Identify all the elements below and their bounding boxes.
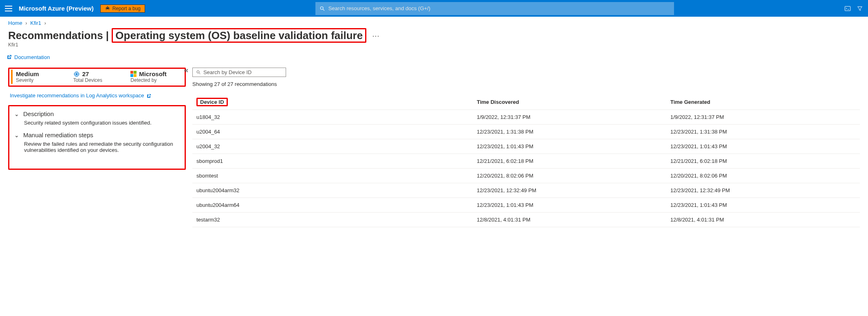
cell-time-generated: 1/9/2022, 12:31:37 PM (666, 110, 860, 125)
cell-time-discovered: 12/8/2021, 4:01:31 PM (473, 213, 666, 227)
svg-line-6 (199, 73, 200, 74)
global-search[interactable] (315, 2, 674, 15)
more-actions-icon[interactable]: ⋯ (370, 31, 382, 40)
result-count: Showing 27 of 27 recommendations (192, 81, 860, 87)
total-devices-value: 27 (82, 70, 89, 77)
cell-time-discovered: 12/20/2021, 8:02:06 PM (473, 169, 666, 183)
investigate-link[interactable]: Investigate recommendations in Log Analy… (10, 92, 151, 99)
breadcrumb-item-2[interactable]: Kfir1 (30, 20, 41, 26)
table-row[interactable]: sbomtest12/20/2021, 8:02:06 PM12/20/2021… (192, 169, 860, 183)
hamburger-menu-icon[interactable] (5, 5, 12, 12)
detected-by-tile: Microsoft Detected by (126, 70, 183, 84)
breadcrumb: Home › Kfir1 › (0, 17, 868, 28)
total-devices-label: Total Devices (73, 77, 123, 83)
total-devices-tile: 27 Total Devices (68, 70, 126, 84)
table-row[interactable]: testarm3212/8/2021, 4:01:31 PM12/8/2021,… (192, 213, 860, 227)
page-title-prefix: Recommendations | (8, 29, 112, 42)
search-icon (196, 70, 201, 75)
detected-by-label: Detected by (130, 77, 180, 83)
external-link-icon (7, 55, 12, 60)
cell-time-generated: 12/20/2021, 8:02:06 PM (666, 169, 860, 183)
report-bug-label: Report a bug (112, 6, 141, 11)
cell-device-id: u1804_32 (192, 110, 473, 125)
page-title-highlight: Operating system (OS) baseline validatio… (112, 28, 366, 43)
breadcrumb-separator: › (44, 20, 46, 26)
device-search-input[interactable] (203, 69, 282, 75)
microsoft-logo-icon (130, 71, 137, 77)
cell-device-id: ubuntu2004arm64 (192, 198, 473, 213)
column-header-device-label: Device ID (196, 98, 228, 106)
column-header-generated[interactable]: Time Generated (666, 94, 860, 110)
table-row[interactable]: u2004_6412/23/2021, 1:31:38 PM12/23/2021… (192, 125, 860, 139)
svg-rect-2 (845, 6, 850, 11)
chevron-down-icon: ⌄ (14, 111, 19, 117)
cell-device-id: u2004_32 (192, 139, 473, 154)
description-body: Security related system configuration is… (14, 120, 180, 126)
cell-time-generated: 12/21/2021, 6:02:18 PM (666, 154, 860, 169)
breadcrumb-separator: › (25, 20, 27, 26)
remediation-heading: Manual remediation steps (23, 132, 93, 138)
global-search-input[interactable] (328, 5, 670, 11)
details-block: ⌄ Description Security related system co… (8, 105, 186, 170)
cell-device-id: testarm32 (192, 213, 473, 227)
remediation-toggle[interactable]: ⌄ Manual remediation steps (14, 132, 180, 138)
cell-device-id: ubuntu2004arm32 (192, 183, 473, 198)
table-row[interactable]: u2004_3212/23/2021, 1:01:43 PM12/23/2021… (192, 139, 860, 154)
bug-icon (105, 6, 110, 11)
collapse-left-pane-icon[interactable]: « (184, 66, 188, 75)
cell-time-discovered: 12/23/2021, 1:01:43 PM (473, 198, 666, 213)
svg-point-5 (197, 71, 199, 73)
detected-by-value: Microsoft (139, 70, 167, 77)
documentation-link[interactable]: Documentation (7, 54, 50, 60)
page-title: Recommendations | Operating system (OS) … (8, 29, 366, 42)
device-search[interactable] (192, 68, 286, 77)
cell-device-id: u2004_64 (192, 125, 473, 139)
svg-line-1 (323, 9, 324, 10)
top-header: Microsoft Azure (Preview) Report a bug (0, 0, 868, 17)
cell-time-discovered: 12/21/2021, 6:02:18 PM (473, 154, 666, 169)
chevron-down-icon: ⌄ (14, 132, 19, 138)
page-subtitle: Kfir1 (0, 42, 868, 53)
table-row[interactable]: ubuntu2004arm6412/23/2021, 1:01:43 PM12/… (192, 198, 860, 213)
table-row[interactable]: sbomprod112/21/2021, 6:02:18 PM12/21/202… (192, 154, 860, 169)
filter-icon[interactable] (857, 5, 863, 12)
svg-rect-4 (76, 73, 77, 75)
severity-tile: Medium Severity (11, 70, 68, 84)
cell-time-discovered: 12/23/2021, 1:01:43 PM (473, 139, 666, 154)
left-pane: « Medium Severity 27 Total Devices Micro… (3, 68, 191, 227)
description-toggle[interactable]: ⌄ Description (14, 110, 180, 117)
severity-label: Severity (16, 77, 65, 83)
right-pane: Showing 27 of 27 recommendations Device … (191, 68, 865, 227)
external-link-icon (146, 94, 151, 99)
cloud-shell-icon[interactable] (844, 5, 851, 12)
cell-time-discovered: 12/23/2021, 12:32:49 PM (473, 183, 666, 198)
remediation-body: Review the failed rules and remediate th… (14, 141, 180, 153)
description-heading: Description (23, 110, 54, 117)
product-brand: Microsoft Azure (Preview) (19, 5, 94, 12)
column-header-discovered[interactable]: Time Discovered (473, 94, 666, 110)
cell-time-generated: 12/8/2021, 4:01:31 PM (666, 213, 860, 227)
page-title-row: Recommendations | Operating system (OS) … (0, 28, 868, 42)
table-row[interactable]: ubuntu2004arm3212/23/2021, 12:32:49 PM12… (192, 183, 860, 198)
recommendations-table: Device ID Time Discovered Time Generated… (192, 94, 860, 227)
documentation-label: Documentation (14, 54, 50, 60)
cell-time-generated: 12/23/2021, 1:01:43 PM (666, 139, 860, 154)
cell-time-generated: 12/23/2021, 1:31:38 PM (666, 125, 860, 139)
investigate-link-label: Investigate recommendations in Log Analy… (10, 92, 144, 99)
cell-time-discovered: 1/9/2022, 12:31:37 PM (473, 110, 666, 125)
cell-time-generated: 12/23/2021, 12:32:49 PM (666, 183, 860, 198)
breadcrumb-home[interactable]: Home (8, 20, 22, 26)
table-row[interactable]: u1804_321/9/2022, 12:31:37 PM1/9/2022, 1… (192, 110, 860, 125)
cell-time-generated: 12/23/2021, 1:01:43 PM (666, 198, 860, 213)
search-icon (319, 6, 325, 11)
column-header-device[interactable]: Device ID (192, 94, 473, 110)
report-bug-button[interactable]: Report a bug (100, 4, 145, 13)
description-section: ⌄ Description Security related system co… (14, 110, 180, 126)
svg-point-0 (320, 7, 323, 9)
cell-time-discovered: 12/23/2021, 1:31:38 PM (473, 125, 666, 139)
summary-tiles: Medium Severity 27 Total Devices Microso… (8, 68, 186, 87)
chip-icon (73, 71, 80, 77)
cell-device-id: sbomtest (192, 169, 473, 183)
severity-value: Medium (16, 70, 65, 77)
cell-device-id: sbomprod1 (192, 154, 473, 169)
